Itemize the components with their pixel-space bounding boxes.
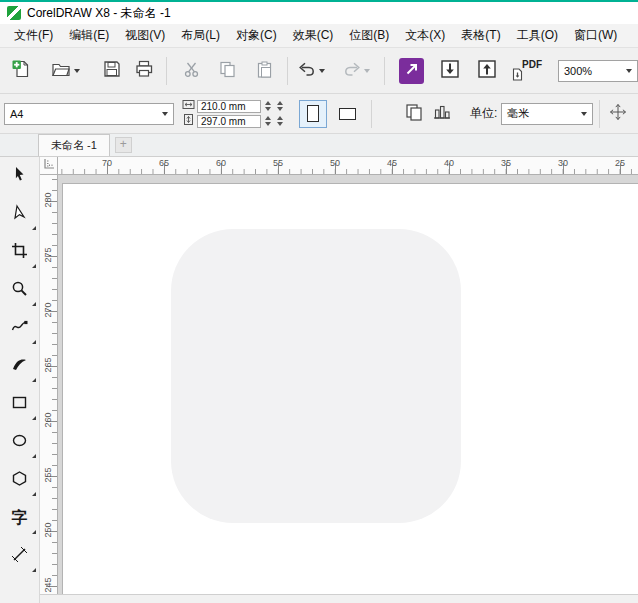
copy-button[interactable] xyxy=(214,55,243,87)
print-button[interactable] xyxy=(131,55,158,87)
spin-up-icon[interactable] xyxy=(265,101,271,105)
vertical-ruler[interactable]: 280 275 270 265 260 255 250 245 xyxy=(40,175,58,603)
ellipse-tool[interactable] xyxy=(0,423,39,461)
cut-button[interactable] xyxy=(177,55,206,87)
landscape-orientation-button[interactable] xyxy=(333,100,361,128)
menu-table[interactable]: 表格(T) xyxy=(453,24,508,48)
spin-up-icon[interactable] xyxy=(277,116,283,120)
spin-up-icon[interactable] xyxy=(265,116,271,120)
vruler-number: 275 xyxy=(43,246,53,264)
menu-layout[interactable]: 布局(L) xyxy=(173,24,228,48)
zoom-level-value: 300% xyxy=(564,65,592,77)
menu-tools[interactable]: 工具(O) xyxy=(509,24,566,48)
publish-pdf-button[interactable]: PDF xyxy=(512,58,542,84)
open-document-button[interactable] xyxy=(47,55,85,87)
page-width-value: 210.0 mm xyxy=(201,101,245,112)
page-dimensions-group: 210.0 mm 297.0 mm xyxy=(182,100,285,128)
zoom-level-caret-icon xyxy=(626,69,632,73)
hruler-number: 70 xyxy=(102,158,112,168)
nudge-offset-button[interactable] xyxy=(606,101,630,127)
undo-button[interactable] xyxy=(294,55,330,87)
page-width-spinner-2[interactable] xyxy=(275,101,285,111)
zoom-tool[interactable] xyxy=(0,271,39,309)
ellipse-tool-icon xyxy=(11,432,28,452)
paste-icon xyxy=(256,61,273,81)
document-tab-untitled-1[interactable]: 未命名 -1 xyxy=(38,134,110,156)
apply-current-page-button[interactable] xyxy=(430,101,454,127)
menu-bitmaps[interactable]: 位图(B) xyxy=(341,24,397,48)
spin-down-icon[interactable] xyxy=(277,107,283,111)
export-button[interactable] xyxy=(475,55,500,87)
page-height-spinner[interactable] xyxy=(263,116,273,126)
pick-tool[interactable] xyxy=(0,157,39,195)
redo-button[interactable] xyxy=(338,55,374,87)
import-icon xyxy=(440,59,460,82)
new-document-button[interactable] xyxy=(8,55,35,87)
spin-down-icon[interactable] xyxy=(265,107,271,111)
spin-down-icon[interactable] xyxy=(265,122,271,126)
vruler-number: 255 xyxy=(43,466,53,484)
paste-button[interactable] xyxy=(250,55,279,87)
menu-object[interactable]: 对象(C) xyxy=(228,24,285,48)
artistic-media-tool[interactable] xyxy=(0,347,39,385)
text-tool[interactable]: 字 xyxy=(0,499,39,537)
page-height-spinner-2[interactable] xyxy=(275,116,285,126)
page-width-field[interactable]: 210.0 mm xyxy=(197,100,261,113)
page-width-spinner[interactable] xyxy=(263,101,273,111)
rounded-square-shape[interactable] xyxy=(171,229,461,523)
freehand-tool-icon xyxy=(11,318,28,338)
pick-tool-icon xyxy=(11,166,28,186)
save-icon xyxy=(103,60,121,81)
ruler-origin-button[interactable] xyxy=(40,157,58,175)
dimension-tool[interactable] xyxy=(0,537,39,575)
propbar-separator xyxy=(599,100,600,128)
menu-window[interactable]: 窗口(W) xyxy=(566,24,625,48)
spin-down-icon[interactable] xyxy=(277,122,283,126)
horizontal-ruler[interactable]: 70 65 60 55 50 45 40 35 30 25 xyxy=(58,157,638,175)
drawing-canvas[interactable] xyxy=(58,175,638,603)
open-dropdown-caret-icon[interactable] xyxy=(74,69,80,73)
document-tab-bar: 未命名 -1 + xyxy=(0,134,638,157)
page-size-value: A4 xyxy=(10,108,23,120)
rectangle-tool[interactable] xyxy=(0,385,39,423)
shape-tool-icon xyxy=(11,204,28,224)
coreldraw-logo-icon xyxy=(7,6,21,20)
save-button[interactable] xyxy=(99,55,126,87)
new-document-tab-button[interactable]: + xyxy=(115,137,132,153)
page-height-field[interactable]: 297.0 mm xyxy=(197,115,261,128)
launch-application-icon xyxy=(405,62,419,79)
title-bar: CorelDRAW X8 - 未命名 -1 xyxy=(0,2,638,24)
zoom-level-combobox[interactable]: 300% xyxy=(558,60,638,82)
flyout-indicator-icon xyxy=(32,454,36,458)
current-page-icon xyxy=(433,104,451,123)
launch-application-button[interactable] xyxy=(399,58,424,84)
apply-all-pages-button[interactable] xyxy=(402,101,426,127)
flyout-indicator-icon xyxy=(32,416,36,420)
shape-tool[interactable] xyxy=(0,195,39,233)
menu-view[interactable]: 视图(V) xyxy=(117,24,173,48)
menu-edit[interactable]: 编辑(E) xyxy=(61,24,117,48)
page-size-combobox[interactable]: A4 xyxy=(4,103,174,125)
menu-text[interactable]: 文本(X) xyxy=(397,24,453,48)
polygon-tool[interactable] xyxy=(0,461,39,499)
units-combobox[interactable]: 毫米 xyxy=(501,103,593,125)
freehand-tool[interactable] xyxy=(0,309,39,347)
plus-icon: + xyxy=(120,137,127,151)
undo-dropdown-caret-icon[interactable] xyxy=(319,69,325,73)
menu-file[interactable]: 文件(F) xyxy=(6,24,61,48)
vruler-number: 250 xyxy=(43,521,53,539)
horizontal-scrollbar[interactable] xyxy=(40,594,638,603)
menu-bar: 文件(F) 编辑(E) 视图(V) 布局(L) 对象(C) 效果(C) 位图(B… xyxy=(0,24,638,48)
toolbar-separator xyxy=(166,57,167,85)
hruler-number: 50 xyxy=(330,158,340,168)
units-value: 毫米 xyxy=(507,106,529,121)
portrait-orientation-button[interactable] xyxy=(299,100,327,128)
menu-effects[interactable]: 效果(C) xyxy=(285,24,342,48)
flyout-indicator-icon xyxy=(32,492,36,496)
spin-up-icon[interactable] xyxy=(277,101,283,105)
import-button[interactable] xyxy=(438,55,463,87)
crop-tool[interactable] xyxy=(0,233,39,271)
document-page[interactable] xyxy=(62,183,638,603)
window-title: CorelDRAW X8 - 未命名 -1 xyxy=(27,5,171,22)
rectangle-tool-icon xyxy=(11,394,28,414)
